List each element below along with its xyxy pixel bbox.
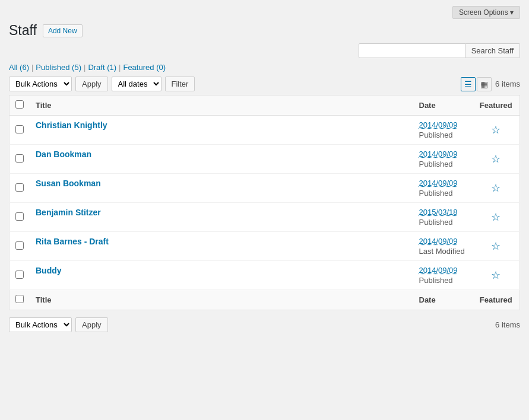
date-value-1: 2014/09/09 <box>419 149 467 158</box>
staff-title-link-5[interactable]: Buddy <box>36 266 62 275</box>
filter-links: All (6) | Published (5) | Draft (1) | Fe… <box>9 63 520 72</box>
filter-featured-link[interactable]: Featured (0) <box>123 63 166 72</box>
staff-title-link-3[interactable]: Benjamin Stitzer <box>36 208 101 217</box>
filter-draft-link[interactable]: Draft (1) <box>88 63 116 72</box>
grid-view-icon: ▦ <box>480 79 488 89</box>
row-checkbox-4[interactable] <box>15 241 24 250</box>
search-input[interactable] <box>359 43 465 58</box>
featured-star-1[interactable]: ☆ <box>491 152 501 166</box>
staff-table: Title Date Featured Christian Knightly 2… <box>9 95 520 310</box>
staff-title-link-0[interactable]: Christian Knightly <box>36 120 107 130</box>
date-value-5: 2014/09/09 <box>419 266 467 275</box>
date-status-1: Published <box>419 160 467 168</box>
featured-star-0[interactable]: ☆ <box>491 123 501 136</box>
date-value-4: 2014/09/09 <box>419 237 467 246</box>
date-status-2: Published <box>419 189 467 198</box>
date-value-3: 2015/03/18 <box>419 208 467 217</box>
date-status-5: Published <box>419 276 467 285</box>
date-status-4: Last Modified <box>419 247 467 256</box>
select-all-checkbox-bottom[interactable] <box>15 295 24 303</box>
col-footer-title: Title <box>30 290 413 310</box>
apply-top-button[interactable]: Apply <box>75 77 108 91</box>
apply-bottom-button[interactable]: Apply <box>75 317 108 332</box>
filter-button[interactable]: Filter <box>165 77 195 91</box>
items-count-top: 6 items <box>495 79 520 88</box>
screen-options-button[interactable]: Screen Options ▾ <box>452 6 520 19</box>
row-checkbox-1[interactable] <box>15 154 24 163</box>
table-row: Benjamin Stitzer 2015/03/18 Published ☆ <box>9 203 520 232</box>
filter-all-link[interactable]: All (6) <box>9 63 29 72</box>
staff-title-link-1[interactable]: Dan Bookman <box>36 149 91 159</box>
list-view-button[interactable]: ☰ <box>461 77 476 91</box>
row-checkbox-3[interactable] <box>15 212 24 221</box>
featured-star-5[interactable]: ☆ <box>491 269 501 282</box>
select-all-checkbox-top[interactable] <box>15 100 24 109</box>
staff-title-link-2[interactable]: Susan Bookman <box>36 179 101 188</box>
bulk-actions-top-select[interactable]: Bulk Actions <box>9 77 72 91</box>
col-footer-date: Date <box>413 290 473 310</box>
col-header-date: Date <box>413 96 473 116</box>
row-checkbox-2[interactable] <box>15 183 24 192</box>
items-count-bottom: 6 items <box>495 320 520 329</box>
grid-view-button[interactable]: ▦ <box>477 77 492 91</box>
filter-published-link[interactable]: Published (5) <box>36 63 81 72</box>
date-status-3: Published <box>419 218 467 227</box>
date-status-0: Published <box>419 131 467 139</box>
row-checkbox-0[interactable] <box>15 125 24 133</box>
date-value-2: 2014/09/09 <box>419 179 467 187</box>
dates-filter-select[interactable]: All dates <box>112 77 161 91</box>
table-row: Dan Bookman 2014/09/09 Published ☆ <box>9 145 520 174</box>
table-row: Rita Barnes - Draft 2014/09/09 Last Modi… <box>9 232 520 261</box>
row-checkbox-5[interactable] <box>15 271 24 279</box>
table-row: Christian Knightly 2014/09/09 Published … <box>9 116 520 145</box>
table-row: Susan Bookman 2014/09/09 Published ☆ <box>9 174 520 203</box>
featured-star-2[interactable]: ☆ <box>491 182 501 195</box>
featured-star-3[interactable]: ☆ <box>491 211 501 224</box>
page-title: Staff <box>9 23 37 39</box>
list-view-icon: ☰ <box>464 79 472 89</box>
table-row: Buddy 2014/09/09 Published ☆ <box>9 261 520 290</box>
add-new-button[interactable]: Add New <box>43 24 83 37</box>
staff-title-link-4[interactable]: Rita Barnes - Draft <box>36 237 109 246</box>
date-value-0: 2014/09/09 <box>419 120 467 129</box>
col-header-featured: Featured <box>473 96 520 116</box>
search-staff-button[interactable]: Search Staff <box>465 43 520 58</box>
bulk-actions-bottom-select[interactable]: Bulk Actions <box>9 317 72 332</box>
col-footer-featured: Featured <box>473 290 520 310</box>
col-header-title: Title <box>30 96 413 116</box>
featured-star-4[interactable]: ☆ <box>491 240 501 253</box>
